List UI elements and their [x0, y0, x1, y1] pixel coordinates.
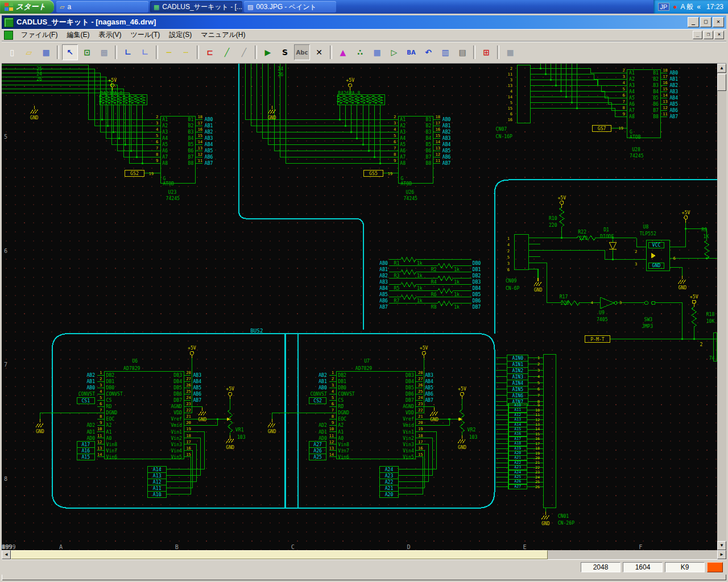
- print-button[interactable]: ▤: [454, 44, 470, 60]
- polyline-button[interactable]: ∟: [120, 44, 136, 60]
- status-indicator[interactable]: [707, 562, 723, 572]
- schem-text: GND: [430, 417, 439, 423]
- draw-green-button[interactable]: ╱: [219, 44, 235, 60]
- polyline-thin-button[interactable]: ∟: [137, 44, 153, 60]
- schem-text: AB3: [193, 372, 201, 378]
- mdi-restore-button[interactable]: ❐: [704, 31, 713, 39]
- line-solid-button[interactable]: ─: [161, 44, 177, 60]
- fill-triangle-button[interactable]: ▲: [335, 44, 351, 60]
- schem-text: Vin7: [338, 448, 349, 454]
- start-button[interactable]: スタート: [0, 0, 54, 14]
- minimize-button[interactable]: _: [688, 17, 699, 27]
- mdi-close-button[interactable]: ✕: [714, 31, 724, 39]
- schem-text: 18: [198, 114, 203, 119]
- menu-item[interactable]: ツール(T): [126, 30, 164, 40]
- net-tool-button[interactable]: ⊏: [202, 44, 218, 60]
- junction-dot: [576, 107, 578, 109]
- scroll-down-arrow[interactable]: ▼: [717, 541, 726, 550]
- schem-text: A7: [162, 154, 168, 160]
- menu-item[interactable]: ファイル(F): [16, 30, 62, 40]
- schem-text: AB6: [193, 391, 201, 397]
- schem-text: A1: [338, 429, 344, 435]
- mdi-minimize-button[interactable]: _: [693, 31, 702, 39]
- schem-text: CS: [106, 397, 112, 403]
- save-block-button[interactable]: ▥: [437, 44, 453, 60]
- schem-text: Vin3: [171, 442, 182, 447]
- schem-text: AGND: [171, 404, 182, 409]
- schem-text: 12: [663, 105, 668, 110]
- ime-mode-indicator[interactable]: A 般: [681, 2, 694, 12]
- save-button[interactable]: ▦: [38, 44, 54, 60]
- junction-dot: [379, 163, 381, 164]
- schem-text: DB3: [406, 372, 414, 378]
- schem-text: 26: [418, 383, 423, 388]
- select-button[interactable]: ↖: [62, 44, 78, 60]
- menu-item[interactable]: 設定(S): [164, 30, 196, 40]
- vertical-scroll-thumb[interactable]: [717, 74, 726, 91]
- snap-grid-button[interactable]: ▩: [96, 44, 112, 60]
- text-s-button[interactable]: S: [277, 44, 293, 60]
- scroll-right-arrow[interactable]: ►: [717, 550, 726, 559]
- schem-text: CONVST: [78, 391, 96, 397]
- horizontal-scroll-thumb[interactable]: [11, 550, 548, 559]
- schem-text: +5V: [420, 345, 428, 351]
- close-button[interactable]: ✕: [713, 17, 724, 27]
- tray-collapse-chevron[interactable]: «: [697, 3, 701, 11]
- schem-text: 2: [100, 376, 102, 381]
- schem-text: 1K: [704, 234, 709, 239]
- schem-text: 21: [186, 414, 191, 419]
- menu-item[interactable]: マニュアル(H): [196, 30, 250, 40]
- text-abc-button[interactable]: Abc: [294, 44, 310, 60]
- taskbar-item[interactable]: ▦CADLUS_サーキット - [...: [150, 1, 242, 13]
- schem-text: A0: [338, 435, 344, 441]
- schem-text: GND: [268, 115, 276, 120]
- schem-text: 12: [329, 439, 334, 444]
- schem-text: A10: [153, 492, 162, 497]
- schem-text: 6: [394, 139, 396, 144]
- grid-table-button[interactable]: ▦: [369, 44, 385, 60]
- connector-button[interactable]: ▷: [386, 44, 402, 60]
- line-dotted-button[interactable]: ┄: [178, 44, 194, 60]
- schem-text: 5: [510, 100, 512, 105]
- schem-text: Vref: [403, 417, 414, 422]
- schem-text: 1k: [454, 292, 460, 297]
- vertical-scroll-track[interactable]: [717, 73, 726, 541]
- schem-text: U26: [406, 189, 415, 195]
- schem-text: Vin2: [171, 435, 182, 441]
- schematic-canvas[interactable]: 2A13A24A35A46A57A68A79A818B1AB017B2AB116…: [2, 64, 717, 550]
- taskbar-item[interactable]: ▱a: [56, 1, 148, 13]
- schem-text: 19: [149, 172, 154, 177]
- schem-text: 6: [537, 386, 540, 392]
- run-button[interactable]: ▶: [260, 44, 276, 60]
- schem-text: EOC: [106, 417, 115, 422]
- menu-item[interactable]: 編集(E): [62, 30, 94, 40]
- schem-text: VDD: [173, 410, 182, 416]
- schem-text: 5: [4, 134, 7, 140]
- menu-item[interactable]: 表示(V): [94, 30, 126, 40]
- taskbar-item[interactable]: ▨003.JPG - ペイント: [244, 1, 336, 13]
- tray-app-icon[interactable]: ●: [673, 3, 677, 11]
- horizontal-scroll-track[interactable]: [11, 550, 717, 559]
- measure-button[interactable]: ∴: [352, 44, 368, 60]
- select-area-button[interactable]: ⊡: [79, 44, 95, 60]
- maximize-button[interactable]: □: [700, 17, 712, 27]
- schem-text: 7: [156, 146, 158, 151]
- schem-text: 9: [156, 158, 158, 163]
- schem-text: DB7: [473, 304, 481, 310]
- schem-text: 25: [186, 389, 191, 394]
- scroll-left-arrow[interactable]: ◄: [2, 550, 11, 559]
- new-button[interactable]: ▯: [4, 44, 20, 60]
- swatch-button[interactable]: ■: [502, 44, 518, 60]
- open-button[interactable]: ▱: [21, 44, 37, 60]
- schem-text: AB6: [205, 154, 213, 160]
- schem-text: AB2: [669, 82, 678, 88]
- grid-red-button[interactable]: ⊞: [478, 44, 494, 60]
- ba-button[interactable]: BA: [403, 44, 419, 60]
- ime-jp-icon[interactable]: JP: [658, 3, 670, 11]
- schem-text: B1: [426, 117, 432, 122]
- rotate-button[interactable]: ↶: [420, 44, 436, 60]
- delete-button[interactable]: ✕: [311, 44, 327, 60]
- schem-text: U8: [643, 224, 649, 230]
- draw-gray-button[interactable]: ╱: [236, 44, 252, 60]
- scroll-up-arrow[interactable]: ▲: [717, 64, 726, 73]
